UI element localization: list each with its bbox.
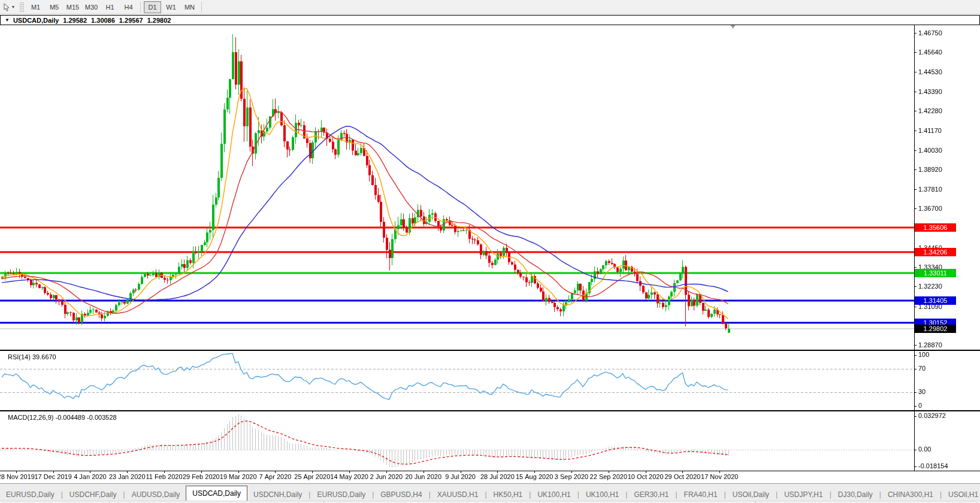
tab-usdchf-daily[interactable]: USDCHF,Daily	[63, 488, 123, 501]
price-tag-1.31405: 1.31405	[915, 296, 956, 305]
ohlc-high: 1.30086	[91, 17, 115, 24]
tab-separator: |	[724, 488, 726, 501]
ohlc-close: 1.29802	[147, 17, 171, 24]
macd-name: MACD(12,26,9)	[8, 414, 53, 421]
timeframe-button-d1[interactable]: D1	[144, 1, 161, 13]
tab-gbpusd-h4[interactable]: GBPUSD,H4	[374, 488, 428, 501]
macd-label: MACD(12,26,9) -0.004489 -0.003528	[8, 414, 117, 421]
timeframe-button-h1[interactable]: H1	[101, 1, 119, 13]
tab-separator: |	[123, 488, 125, 501]
tab-separator: |	[830, 488, 831, 501]
rsi-label: RSI(14) 39.6670	[8, 353, 56, 360]
macd-main-value: -0.004489	[55, 414, 85, 421]
mt4-window: ▾ M1M5M15M30H1H4D1W1MN ▼ USDCAD,Daily 1.…	[0, 0, 980, 503]
tab-separator: |	[308, 488, 310, 501]
tab-usoil-h1[interactable]: USOil,H1	[942, 488, 980, 501]
tab-separator: |	[529, 488, 531, 501]
tab-separator: |	[776, 488, 778, 501]
tab-separator: |	[429, 488, 431, 501]
price-tag-1.35606: 1.35606	[915, 223, 956, 232]
timeframe-button-m5[interactable]: M5	[46, 1, 63, 13]
tab-dj30-daily[interactable]: DJ30,Daily	[832, 488, 879, 501]
tab-usdjpy-h1[interactable]: USDJPY,H1	[778, 488, 828, 501]
tab-separator: |	[879, 488, 881, 501]
tab-xauusd-h1[interactable]: XAUUSD,H1	[431, 488, 485, 501]
price-tag-1.34206: 1.34206	[915, 248, 956, 256]
timeframe-button-w1[interactable]: W1	[162, 1, 180, 13]
timeframe-toolbar: ▾ M1M5M15M30H1H4D1W1MN	[0, 0, 980, 14]
tab-fra40-h1[interactable]: FRA40,H1	[678, 488, 724, 501]
status-bar	[0, 501, 980, 503]
collapse-triangle-icon: ▼	[5, 17, 10, 23]
tab-separator: |	[485, 488, 486, 501]
tab-separator: |	[61, 488, 63, 501]
chart-title-bar: ▼ USDCAD,Daily 1.29582 1.30086 1.29567 1…	[0, 15, 980, 25]
timeframe-button-mn[interactable]: MN	[181, 1, 198, 13]
price-tag-1.29802: 1.29802	[915, 325, 956, 333]
tab-uk100-h1[interactable]: UK100,H1	[580, 488, 625, 501]
tab-separator: |	[940, 488, 942, 501]
toolbar-separator	[140, 2, 141, 13]
tab-ger30-h1[interactable]: GER30,H1	[628, 488, 674, 501]
cursor-tool-button[interactable]: ▾	[1, 1, 16, 13]
tab-separator: |	[675, 488, 677, 501]
tab-audusd-daily[interactable]: AUDUSD,Daily	[126, 488, 186, 501]
macd-signal-value: -0.003528	[87, 414, 117, 421]
ohlc-open: 1.29582	[63, 17, 87, 24]
toolbar-grip[interactable]	[20, 2, 24, 12]
tab-usdcad-daily[interactable]: USDCAD,Daily	[186, 486, 247, 501]
ohlc-low: 1.29567	[119, 17, 143, 24]
chevron-down-icon: ▾	[12, 4, 14, 10]
tab-separator: |	[625, 488, 627, 501]
tab-separator: |	[577, 488, 579, 501]
tab-eurusd-daily[interactable]: EURUSD,Daily	[311, 488, 371, 501]
rsi-value: 39.6670	[32, 353, 56, 360]
timeframe-button-h4[interactable]: H4	[120, 1, 137, 13]
tab-separator: |	[372, 488, 374, 501]
chart-tab-bar: EURUSD,Daily|USDCHF,Daily|AUDUSD,DailyUS…	[0, 483, 980, 501]
tab-china300-h1[interactable]: CHINA300,H1	[882, 488, 939, 501]
timeframe-buttons: M1M5M15M30H1H4D1W1MN	[26, 1, 204, 13]
cursor-icon	[3, 3, 11, 11]
rsi-name: RSI(14)	[8, 353, 31, 360]
timeframe-button-m30[interactable]: M30	[83, 1, 100, 13]
timeframe-button-m1[interactable]: M1	[27, 1, 44, 13]
chart-canvas[interactable]	[0, 0, 980, 503]
tab-uk100-h1[interactable]: UK100,H1	[531, 488, 576, 501]
timeframe-button-m15[interactable]: M15	[64, 1, 81, 13]
tab-eurusd-daily[interactable]: EURUSD,Daily	[0, 488, 61, 501]
tab-usdcnh-daily[interactable]: USDCNH,Daily	[247, 488, 308, 501]
toolbar-separator	[201, 2, 202, 13]
price-tag-1.33011: 1.33011	[915, 269, 956, 277]
chart-symbol-period: USDCAD,Daily	[13, 17, 59, 24]
tab-hk50-h1[interactable]: HK50,H1	[488, 488, 529, 501]
tab-usoil-daily[interactable]: USOil,Daily	[727, 488, 775, 501]
